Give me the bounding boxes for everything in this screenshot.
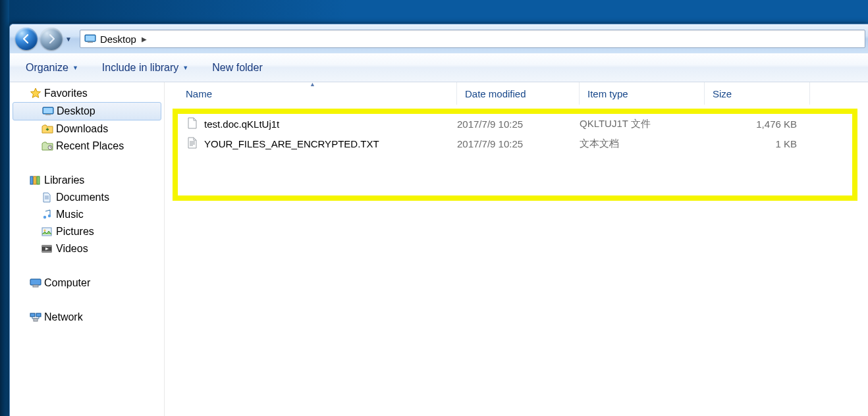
address-bar[interactable]: Desktop ▶	[80, 30, 865, 48]
file-name: YOUR_FILES_ARE_ENCRYPTED.TXT	[204, 138, 379, 149]
address-crumb[interactable]: Desktop	[100, 34, 136, 45]
sidebar-item-label: Music	[56, 209, 84, 221]
svg-rect-15	[42, 246, 51, 247]
file-list: test.doc.qKLtUj1t 2017/7/9 10:25 QKLTUJ1…	[178, 114, 852, 153]
sidebar-item-label: Recent Places	[56, 140, 124, 152]
file-icon	[187, 117, 198, 131]
sidebar-item-downloads[interactable]: Downloads	[10, 120, 164, 138]
include-label: Include in library	[102, 62, 179, 74]
music-icon	[41, 209, 56, 221]
file-date: 2017/7/9 10:25	[457, 138, 580, 149]
column-headers: Name Date modified Item type Size ▲	[165, 82, 868, 105]
svg-rect-16	[42, 251, 51, 252]
sidebar-item-recent-places[interactable]: Recent Places	[10, 138, 164, 155]
sidebar-favorites-label: Favorites	[44, 88, 88, 99]
chevron-right-icon[interactable]: ▶	[142, 36, 147, 43]
svg-rect-20	[36, 313, 41, 317]
os-taskbar-sliver	[0, 0, 9, 416]
computer-icon	[30, 277, 44, 289]
file-size: 1,476 KB	[705, 118, 797, 130]
column-header-label: Date modified	[465, 88, 526, 99]
sidebar-item-documents[interactable]: Documents	[10, 189, 164, 206]
monitor-icon	[42, 105, 57, 117]
sort-ascending-icon: ▲	[310, 82, 315, 88]
file-row[interactable]: test.doc.qKLtUj1t 2017/7/9 10:25 QKLTUJ1…	[178, 114, 852, 134]
sidebar-item-label: Desktop	[57, 105, 95, 117]
sidebar-computer[interactable]: Computer	[10, 274, 164, 292]
videos-icon	[41, 243, 56, 255]
file-row[interactable]: YOUR_FILES_ARE_ENCRYPTED.TXT 2017/7/9 10…	[178, 134, 852, 153]
svg-rect-18	[33, 285, 38, 287]
column-header-size[interactable]: Size	[705, 82, 810, 105]
documents-icon	[41, 192, 56, 203]
svg-rect-2	[88, 41, 93, 43]
organize-label: Organize	[26, 62, 68, 74]
command-bar: Organize ▼ Include in library ▼ New fold…	[10, 53, 868, 82]
column-header-type[interactable]: Item type	[580, 82, 705, 105]
file-type: QKLTUJ1T 文件	[580, 118, 705, 130]
sidebar-item-label: Downloads	[56, 123, 108, 135]
explorer-window: ▼ Desktop ▶ Organize ▼ Includ	[9, 24, 868, 416]
libraries-icon	[30, 174, 44, 186]
sidebar-item-pictures[interactable]: Pictures	[10, 223, 164, 240]
file-name: test.doc.qKLtUj1t	[204, 118, 279, 130]
highlighted-region: test.doc.qKLtUj1t 2017/7/9 10:25 QKLTUJ1…	[173, 109, 857, 201]
sidebar-network-label: Network	[44, 311, 83, 323]
file-list-pane: Name Date modified Item type Size ▲	[165, 82, 868, 416]
column-header-label: Size	[713, 88, 732, 99]
file-date: 2017/7/9 10:25	[457, 118, 580, 130]
text-file-icon	[187, 137, 198, 151]
svg-rect-5	[45, 114, 51, 115]
sidebar-network[interactable]: Network	[10, 309, 164, 326]
sidebar-item-desktop[interactable]: Desktop	[13, 102, 161, 120]
column-header-date[interactable]: Date modified	[457, 82, 580, 105]
sidebar-libraries-label: Libraries	[44, 174, 84, 186]
svg-rect-4	[43, 108, 53, 113]
sidebar-item-label: Videos	[56, 243, 88, 255]
arrow-left-icon	[21, 34, 32, 44]
svg-rect-19	[30, 313, 35, 317]
file-type: 文本文档	[580, 138, 705, 150]
svg-rect-9	[37, 176, 40, 184]
chevron-down-icon: ▼	[182, 65, 188, 71]
pictures-icon	[41, 226, 56, 238]
star-icon	[30, 88, 44, 99]
sidebar-item-label: Documents	[56, 192, 109, 203]
nav-back-button[interactable]	[15, 28, 38, 50]
sidebar-item-videos[interactable]: Videos	[10, 240, 164, 257]
organize-button[interactable]: Organize ▼	[26, 62, 78, 74]
sidebar-item-music[interactable]: Music	[10, 206, 164, 223]
nav-pane: Favorites Desktop Downloads	[10, 82, 165, 416]
svg-point-13	[44, 230, 46, 232]
svg-rect-7	[30, 176, 33, 184]
arrow-right-icon	[46, 34, 57, 44]
recent-places-icon	[41, 140, 56, 152]
sidebar-item-label: Pictures	[56, 226, 94, 238]
network-icon	[30, 311, 44, 323]
column-header-label: Item type	[587, 88, 628, 99]
svg-rect-17	[30, 279, 41, 285]
sidebar-libraries[interactable]: Libraries	[10, 172, 164, 189]
nav-history-dropdown[interactable]: ▼	[65, 36, 72, 43]
file-size: 1 KB	[705, 138, 797, 149]
sidebar-favorites[interactable]: Favorites	[10, 85, 164, 102]
new-folder-label: New folder	[212, 62, 262, 74]
svg-point-10	[43, 216, 46, 219]
monitor-icon	[84, 34, 96, 43]
svg-rect-21	[34, 319, 38, 321]
titlebar: ▼ Desktop ▶	[10, 24, 868, 53]
nav-forward-button[interactable]	[40, 28, 63, 50]
column-header-label: Name	[186, 88, 212, 99]
new-folder-button[interactable]: New folder	[212, 62, 262, 74]
svg-point-11	[48, 215, 51, 217]
sidebar-computer-label: Computer	[44, 277, 90, 289]
svg-rect-8	[34, 176, 36, 184]
svg-rect-1	[86, 36, 95, 41]
chevron-down-icon: ▼	[72, 65, 78, 71]
svg-rect-12	[42, 228, 51, 236]
include-in-library-button[interactable]: Include in library ▼	[102, 62, 188, 74]
folder-download-icon	[41, 123, 56, 135]
